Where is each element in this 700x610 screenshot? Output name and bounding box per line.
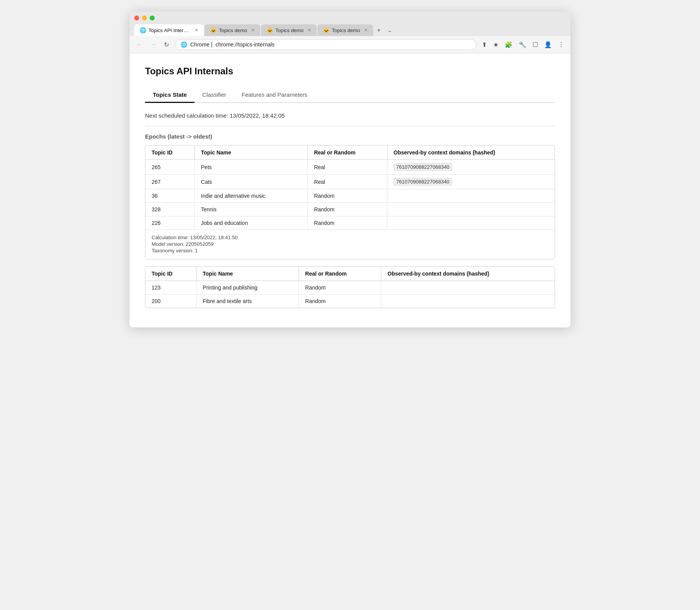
cell-topic-name: Indie and alternative music — [195, 189, 307, 203]
epoch-table-2: Topic ID Topic Name Real or Random Obser… — [145, 267, 555, 308]
cell-topic-id: 123 — [145, 281, 196, 295]
cell-topic-name: Tennis — [195, 203, 307, 216]
epoch-footer-1: Calculation time: 13/05/2022, 18:41:50 M… — [145, 230, 555, 259]
tab-icon-globe: 🌐 — [140, 27, 146, 33]
cell-topic-id: 328 — [145, 203, 195, 216]
epoch-table-header-row-2: Topic ID Topic Name Real or Random Obser… — [145, 267, 555, 281]
extensions-icon[interactable]: 🧩 — [503, 39, 514, 50]
cell-topic-name: Fibre and textile arts — [196, 295, 299, 308]
cell-hash — [381, 295, 555, 308]
browser-window: 🌐 Topics API Intern… ✕ 🐱 Topics demo ✕ 🐱… — [130, 12, 570, 327]
cell-real-random: Random — [299, 281, 381, 295]
tab-topics-state[interactable]: Topics State — [145, 87, 195, 103]
traffic-lights — [134, 15, 566, 21]
tab-title-demo-2: Topics demo — [275, 27, 304, 33]
minimize-button[interactable] — [142, 15, 147, 21]
chrome-icon[interactable]: 🔧 — [517, 39, 528, 50]
page-title: Topics API Internals — [145, 66, 555, 77]
forward-button[interactable]: → — [148, 40, 158, 49]
tab-title-demo-3: Topics demo — [332, 27, 360, 33]
maximize-button[interactable] — [150, 15, 155, 21]
back-button[interactable]: ← — [134, 40, 144, 49]
cell-topic-id: 200 — [145, 295, 196, 308]
cell-topic-id: 265 — [145, 160, 195, 175]
table-row: 36 Indie and alternative music Random — [145, 189, 555, 203]
profile-icon[interactable]: 👤 — [543, 39, 553, 50]
col-header-observed-1: Observed-by context domains (hashed) — [387, 146, 555, 160]
col-header-observed-2: Observed-by context domains (hashed) — [381, 267, 555, 281]
cell-hash — [387, 203, 555, 216]
cell-hash: 7610709088227068340 — [387, 175, 555, 189]
divider — [145, 126, 555, 126]
address-globe-icon: 🌐 — [181, 41, 187, 48]
cell-topic-id: 267 — [145, 175, 195, 189]
address-url: chrome://topics-internals — [215, 41, 275, 48]
tab-close-icon-1[interactable]: ✕ — [251, 27, 255, 33]
cell-topic-id: 36 — [145, 189, 195, 203]
table-row: 123 Printing and publishing Random — [145, 281, 555, 295]
epoch-table-1: Topic ID Topic Name Real or Random Obser… — [145, 146, 555, 230]
calc-time-1: Calculation time: 13/05/2022, 18:41:50 — [152, 235, 548, 240]
col-header-real-random-2: Real or Random — [299, 267, 381, 281]
content-tabs: Topics State Classifier Features and Par… — [145, 87, 555, 103]
tab-icon-cat-2: 🐱 — [266, 27, 273, 33]
tab-close-icon-3[interactable]: ✕ — [364, 27, 368, 33]
tabs-chevron-icon[interactable]: ⌄ — [384, 26, 395, 35]
address-bar-row: ← → ↻ 🌐 Chrome | chrome://topics-interna… — [130, 36, 570, 53]
table-row: 226 Jobs and education Random — [145, 216, 555, 230]
col-header-topic-name-1: Topic Name — [195, 146, 307, 160]
tab-title-demo-1: Topics demo — [219, 27, 247, 33]
page-content: Topics API Internals Topics State Classi… — [130, 53, 570, 327]
tab-close-icon-2[interactable]: ✕ — [307, 27, 311, 33]
browser-tab-demo-3[interactable]: 🐱 Topics demo ✕ — [318, 24, 373, 36]
table-row: 200 Fibre and textile arts Random — [145, 295, 555, 308]
table-row: 328 Tennis Random — [145, 203, 555, 216]
cell-real-random: Random — [307, 189, 387, 203]
tab-classifier[interactable]: Classifier — [195, 87, 234, 103]
split-screen-icon[interactable]: ☐ — [531, 39, 540, 50]
address-chrome-label: Chrome | — [190, 41, 212, 48]
menu-icon[interactable]: ⋮ — [557, 39, 566, 50]
epoch-table-header-row-1: Topic ID Topic Name Real or Random Obser… — [145, 146, 555, 160]
hash-badge: 7610709088227068340 — [394, 178, 452, 185]
new-tab-button[interactable]: + — [374, 25, 384, 35]
cell-hash — [381, 281, 555, 295]
title-bar: 🌐 Topics API Intern… ✕ 🐱 Topics demo ✕ 🐱… — [130, 12, 570, 36]
close-button[interactable] — [134, 15, 139, 21]
cell-topic-name: Jobs and education — [195, 216, 307, 230]
cell-real-random: Random — [307, 216, 387, 230]
col-header-topic-id-1: Topic ID — [145, 146, 195, 160]
col-header-topic-id-2: Topic ID — [145, 267, 196, 281]
tab-icon-cat-3: 🐱 — [323, 27, 330, 33]
share-icon[interactable]: ⬆ — [480, 39, 488, 50]
epochs-heading: Epochs (latest -> oldest) — [145, 133, 555, 140]
address-input[interactable]: 🌐 Chrome | chrome://topics-internals — [175, 39, 476, 50]
cell-hash: 7610709088227068340 — [387, 160, 555, 175]
col-header-topic-name-2: Topic Name — [196, 267, 299, 281]
cell-real-random: Random — [307, 203, 387, 216]
cell-topic-name: Pets — [195, 160, 307, 175]
next-scheduled-text: Next scheduled calculation time: 13/05/2… — [145, 112, 555, 119]
tab-features-params[interactable]: Features and Parameters — [234, 87, 315, 103]
browser-tab-demo-1[interactable]: 🐱 Topics demo ✕ — [205, 24, 260, 36]
browser-tab-demo-2[interactable]: 🐱 Topics demo ✕ — [261, 24, 317, 36]
tabs-bar: 🌐 Topics API Intern… ✕ 🐱 Topics demo ✕ 🐱… — [134, 24, 566, 36]
cell-hash — [387, 189, 555, 203]
bookmark-icon[interactable]: ★ — [492, 39, 500, 50]
table-row: 265 Pets Real 7610709088227068340 — [145, 160, 555, 175]
cell-real-random: Real — [307, 160, 387, 175]
taxonomy-version-1: Taxonomy version: 1 — [152, 248, 548, 254]
epoch-card-1: Topic ID Topic Name Real or Random Obser… — [145, 145, 555, 259]
cell-topic-name: Printing and publishing — [196, 281, 299, 295]
reload-button[interactable]: ↻ — [162, 40, 171, 49]
cell-real-random: Real — [307, 175, 387, 189]
tab-close-icon[interactable]: ✕ — [195, 27, 198, 33]
browser-tab-topics-api[interactable]: 🌐 Topics API Intern… ✕ — [134, 24, 204, 36]
cell-real-random: Random — [299, 295, 381, 308]
cell-topic-name: Cats — [195, 175, 307, 189]
hash-badge: 7610709088227068340 — [394, 163, 452, 171]
cell-topic-id: 226 — [145, 216, 195, 230]
tab-title: Topics API Intern… — [149, 27, 191, 33]
tab-icon-cat-1: 🐱 — [210, 27, 217, 33]
table-row: 267 Cats Real 7610709088227068340 — [145, 175, 555, 189]
